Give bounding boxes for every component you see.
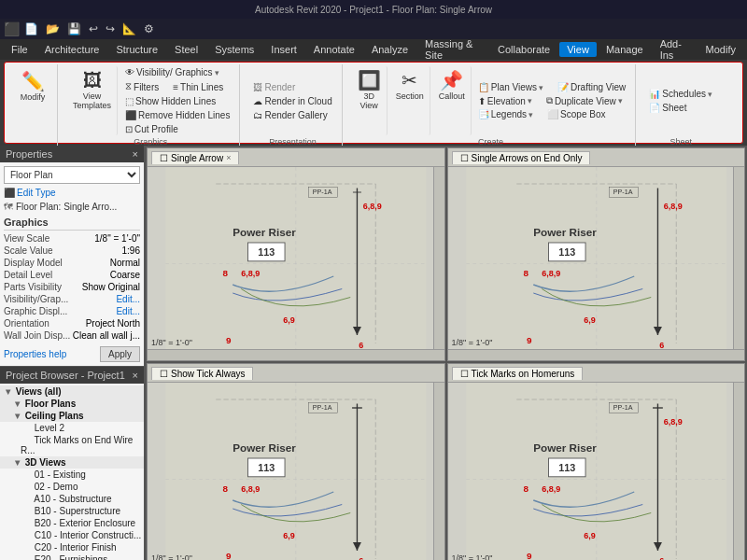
svg-text:6,8,9: 6,8,9 — [542, 484, 560, 494]
tree-01-existing[interactable]: 01 - Existing — [0, 469, 144, 481]
render-cloud-button[interactable]: ☁ Render in Cloud — [249, 95, 335, 107]
properties-header[interactable]: Properties × — [0, 146, 144, 162]
menu-steel[interactable]: Steel — [167, 42, 205, 57]
tree-views-all[interactable]: ▾ Views (all) — [0, 385, 144, 398]
legends-button[interactable]: 📑 Legends ▾ — [474, 108, 537, 120]
menu-insert[interactable]: Insert — [263, 42, 304, 57]
tree-c10[interactable]: C10 - Interior Constructi... — [0, 529, 144, 541]
svg-text:6,8,9: 6,8,9 — [663, 202, 682, 211]
drafting-view-button[interactable]: 📝 Drafting View — [554, 81, 629, 93]
tree-e20[interactable]: E20 - Furnishings — [0, 553, 144, 560]
tree-3d-views[interactable]: ▾ 3D Views — [0, 456, 144, 469]
tree-02-demo[interactable]: 02 - Demo — [0, 481, 144, 493]
scrollbar-h-2[interactable] — [448, 349, 745, 360]
apply-button[interactable]: Apply — [100, 346, 140, 362]
tab-close-1[interactable]: × — [226, 153, 231, 162]
type-selector[interactable]: Floor Plan — [4, 166, 140, 184]
ribbon: ✏️ Modify 🖼 ViewTemplates — [4, 62, 743, 144]
view-tab-homeruns[interactable]: ☐ Tick Marks on Homeruns — [452, 367, 584, 380]
filters-button[interactable]: ⧖ Filters — [121, 80, 162, 93]
graphic-disp-value[interactable]: Edit... — [116, 306, 140, 316]
remove-hidden-lines-button[interactable]: ⬛ Remove Hidden Lines — [121, 109, 233, 121]
render-gallery-button[interactable]: 🗂 Render Gallery — [249, 109, 335, 121]
properties-close-icon[interactable]: × — [133, 148, 138, 160]
qa-measure[interactable]: 📐 — [120, 21, 139, 36]
tree-tick-marks-end[interactable]: Tick Marks on End Wire R... — [0, 434, 144, 456]
menu-systems[interactable]: Systems — [207, 42, 261, 57]
qa-settings[interactable]: ⚙ — [141, 21, 157, 36]
view-tab-show-tick[interactable]: ☐ Show Tick Always — [151, 367, 253, 380]
schedules-icon: 📊 — [649, 89, 660, 99]
expand-floor-plans-icon: ▾ — [11, 399, 22, 409]
scrollbar-v-1[interactable] — [433, 167, 444, 360]
menu-structure[interactable]: Structure — [108, 42, 165, 57]
ribbon-group-presentation: 🖼 Render ☁ Render in Cloud 🗂 Render Gall… — [244, 64, 342, 148]
thin-lines-button[interactable]: ≡ Thin Lines — [169, 81, 227, 93]
browser-title: Project Browser - Project1 — [6, 370, 125, 381]
modify-button[interactable]: ✏️ Modify — [14, 66, 51, 105]
menu-analyze[interactable]: Analyze — [364, 42, 416, 57]
callout-button[interactable]: 📌 Callout — [433, 66, 472, 135]
menu-collaborate[interactable]: Collaborate — [490, 42, 557, 57]
drawing-svg-4: PP-1A 6,8,9 Power Riser 113 8 6,8,9 6,9 … — [448, 383, 745, 560]
ceiling-plans-label: Ceiling Plans — [25, 411, 84, 421]
scrollbar-v-3[interactable] — [433, 383, 444, 560]
3d-view-button[interactable]: 🔲 3DView — [352, 66, 388, 135]
menu-addins[interactable]: Add-Ins — [653, 36, 697, 63]
menu-manage[interactable]: Manage — [599, 42, 651, 57]
menu-annotate[interactable]: Annotate — [306, 42, 362, 57]
elevation-button[interactable]: ⬆ Elevation ▾ — [474, 95, 536, 107]
view-scale-1: 1/8" = 1'-0" — [151, 338, 192, 347]
cut-profile-button[interactable]: ⊡ Cut Profile — [121, 123, 182, 135]
scale-text-3: 1/8" = 1'-0" — [151, 553, 192, 560]
tree-floor-plans[interactable]: ▾ Floor Plans — [0, 398, 144, 410]
view-tab-single-arrow[interactable]: ☐ Single Arrow × — [151, 151, 239, 164]
browser-close-icon[interactable]: × — [133, 370, 138, 381]
plan-views-button[interactable]: 📋 Plan Views ▾ — [474, 81, 547, 93]
scrollbar-h-1[interactable] — [148, 349, 444, 360]
sheet-button[interactable]: 📄 Sheet — [645, 102, 716, 114]
duplicate-view-dropdown: ▾ — [618, 96, 623, 105]
tree-b20[interactable]: B20 - Exterior Enclosure — [0, 517, 144, 529]
tree-a10[interactable]: A10 - Substructure — [0, 493, 144, 505]
view-tab-end-only[interactable]: ☐ Single Arrows on End Only — [452, 151, 591, 164]
edit-type-link[interactable]: ⬛ Edit Type — [4, 188, 140, 198]
ribbon-group-create: 🔲 3DView ✂ Section 📌 Callout — [346, 64, 637, 148]
visibility-grap-value[interactable]: Edit... — [116, 294, 140, 304]
schedules-button[interactable]: 📊 Schedules ▾ — [645, 88, 716, 100]
drafting-view-label: Drafting View — [571, 82, 626, 92]
edit-type-icon: ⬛ — [4, 188, 15, 198]
svg-text:113: 113 — [258, 462, 275, 473]
qa-new[interactable]: 📄 — [21, 21, 41, 36]
floor-plans-label: Floor Plans — [25, 399, 76, 409]
view-panel-3: ☐ Show Tick Always PP-1A Power Riser — [147, 363, 445, 560]
scope-box-button[interactable]: ⬜ Scope Box — [543, 108, 609, 120]
svg-text:6,9: 6,9 — [584, 531, 596, 540]
menu-modify[interactable]: Modify — [698, 42, 743, 57]
duplicate-view-button[interactable]: ⧉ Duplicate View ▾ — [543, 94, 627, 107]
menu-massing[interactable]: Massing & Site — [417, 36, 488, 63]
visibility-graphics-button[interactable]: 👁 Visibility/ Graphics ▾ — [121, 66, 223, 78]
render-button[interactable]: 🖼 Render — [249, 81, 335, 93]
tree-level-2[interactable]: Level 2 — [0, 422, 144, 434]
qa-undo[interactable]: ↩ — [86, 21, 101, 36]
qa-open[interactable]: 📂 — [43, 21, 63, 36]
view-templates-button[interactable]: 🖼 ViewTemplates — [67, 66, 118, 135]
ribbon-group-graphics: 🖼 ViewTemplates 👁 Visibility/ Graphics ▾ — [62, 64, 240, 148]
qa-save[interactable]: 💾 — [64, 21, 84, 36]
scrollbar-v-2[interactable] — [733, 167, 744, 360]
tree-b10[interactable]: B10 - Superstructure — [0, 505, 144, 517]
show-hidden-lines-button[interactable]: ⬚ Show Hidden Lines — [121, 95, 219, 107]
qa-redo[interactable]: ↪ — [103, 21, 118, 36]
view-tab-bar-4: ☐ Tick Marks on Homeruns — [448, 364, 745, 383]
scale-value-value: 1:96 — [122, 245, 140, 256]
section-button[interactable]: ✂ Section — [390, 66, 430, 135]
properties-help-link[interactable]: Properties help — [4, 347, 66, 359]
scale-text-4: 1/8" = 1'-0" — [452, 553, 493, 560]
tree-c20[interactable]: C20 - Interior Finish — [0, 541, 144, 553]
scrollbar-v-4[interactable] — [733, 383, 744, 560]
menu-view[interactable]: View — [559, 42, 597, 57]
menu-architecture[interactable]: Architecture — [37, 42, 107, 57]
menu-file[interactable]: File — [4, 42, 35, 57]
tree-ceiling-plans[interactable]: ▾ Ceiling Plans — [0, 410, 144, 422]
